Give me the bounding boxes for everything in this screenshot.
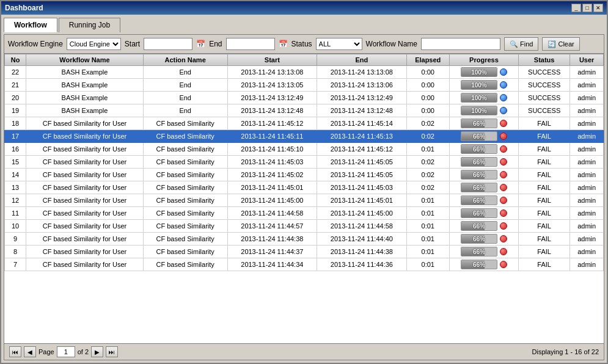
cell-elapsed: 0:02 — [406, 181, 449, 194]
tab-running-job[interactable]: Running Job — [59, 18, 120, 32]
cell-user: admin — [570, 104, 604, 117]
table-row[interactable]: 14 CF based Similarity for User CF based… — [5, 169, 604, 181]
table-row[interactable]: 20 BASH Example End 2013-11-24 13:12:49 … — [5, 92, 604, 104]
cell-start: 2013-11-24 11:45:12 — [227, 117, 317, 130]
cell-start: 2013-11-24 13:13:05 — [227, 79, 317, 92]
next-page-button[interactable]: ▶ — [91, 346, 103, 357]
status-indicator — [500, 145, 507, 153]
cell-no: 10 — [5, 220, 26, 233]
cell-progress: 66% — [449, 220, 518, 233]
first-page-button[interactable]: ⏮ — [9, 346, 21, 357]
cell-wf-name: BASH Example — [26, 66, 144, 79]
cell-wf-name: CF based Similarity for User — [26, 220, 144, 233]
status-label: Status — [291, 40, 312, 48]
table-row[interactable]: 10 CF based Similarity for User CF based… — [5, 220, 604, 233]
close-button[interactable]: ✕ — [593, 4, 603, 12]
cell-progress: 66% — [449, 130, 518, 143]
cell-user: admin — [570, 194, 604, 207]
status-indicator — [500, 120, 507, 127]
cell-end: 2013-11-24 11:44:38 — [317, 246, 407, 258]
wf-name-input[interactable] — [421, 38, 500, 50]
table-row[interactable]: 19 BASH Example End 2013-11-24 13:12:48 … — [5, 104, 604, 117]
clear-button[interactable]: 🔄 Clear — [542, 37, 579, 51]
cell-no: 7 — [5, 258, 26, 271]
tab-workflow[interactable]: Workflow — [4, 18, 57, 32]
cell-user: admin — [570, 117, 604, 130]
cell-elapsed: 0:01 — [406, 207, 449, 220]
cell-elapsed: 0:02 — [406, 117, 449, 130]
find-button[interactable]: 🔍 Find — [504, 37, 538, 51]
cell-user: admin — [570, 220, 604, 233]
cell-status: FAIL — [519, 156, 570, 169]
cell-start: 2013-11-24 11:44:34 — [227, 258, 317, 271]
prev-page-button[interactable]: ◀ — [24, 346, 36, 357]
cell-no: 18 — [5, 117, 26, 130]
table-container: No Workflow Name Action Name Start End E… — [4, 54, 604, 343]
cell-status: FAIL — [519, 169, 570, 181]
table-row[interactable]: 16 CF based Similarity for User CF based… — [5, 143, 604, 156]
status-indicator — [500, 171, 507, 178]
end-input[interactable] — [226, 38, 275, 50]
cell-no: 22 — [5, 66, 26, 79]
cell-end: 2013-11-24 13:13:08 — [317, 66, 407, 79]
cell-action: End — [143, 79, 227, 92]
cell-no: 16 — [5, 143, 26, 156]
start-input[interactable] — [144, 38, 192, 50]
col-header-action: Action Name — [143, 54, 227, 66]
cell-no: 8 — [5, 246, 26, 258]
table-row[interactable]: 15 CF based Similarity for User CF based… — [5, 156, 604, 169]
table-row[interactable]: 8 CF based Similarity for User CF based … — [5, 246, 604, 258]
engine-select[interactable]: Cloud EngineLocal Engine — [67, 38, 121, 50]
engine-label: Workflow Engine — [8, 40, 63, 48]
pagination: ⏮ ◀ Page of 2 ▶ ⏭ — [9, 346, 118, 357]
cell-progress: 100% — [449, 92, 518, 104]
table-row[interactable]: 9 CF based Similarity for User CF based … — [5, 233, 604, 246]
of-label: of 2 — [78, 348, 89, 355]
cell-end: 2013-11-24 11:45:05 — [317, 156, 407, 169]
col-header-wf-name: Workflow Name — [26, 54, 144, 66]
cell-user: admin — [570, 143, 604, 156]
status-indicator — [500, 133, 507, 140]
toolbar: Workflow Engine Cloud EngineLocal Engine… — [4, 35, 604, 54]
cell-user: admin — [570, 181, 604, 194]
table-row[interactable]: 11 CF based Similarity for User CF based… — [5, 207, 604, 220]
cell-elapsed: 0:01 — [406, 143, 449, 156]
cell-start: 2013-11-24 11:44:58 — [227, 207, 317, 220]
cell-action: CF based Similarity — [143, 143, 227, 156]
table-row[interactable]: 22 BASH Example End 2013-11-24 13:13:08 … — [5, 66, 604, 79]
col-header-end: End — [317, 54, 407, 66]
cell-elapsed: 0:00 — [406, 79, 449, 92]
status-indicator — [500, 94, 507, 101]
calendar-end-icon[interactable]: 📅 — [279, 40, 288, 48]
cell-progress: 66% — [449, 246, 518, 258]
cell-elapsed: 0:01 — [406, 233, 449, 246]
cell-status: FAIL — [519, 207, 570, 220]
cell-elapsed: 0:02 — [406, 169, 449, 181]
table-row[interactable]: 17 CF based Similarity for User CF based… — [5, 130, 604, 143]
wf-name-label: Workflow Name — [366, 40, 417, 48]
cell-wf-name: CF based Similarity for User — [26, 169, 144, 181]
cell-no: 20 — [5, 92, 26, 104]
cell-status: SUCCESS — [519, 79, 570, 92]
table-row[interactable]: 7 CF based Similarity for User CF based … — [5, 258, 604, 271]
page-number-input[interactable] — [57, 346, 75, 357]
status-select[interactable]: ALLSUCCESSFAILRUNNING — [316, 38, 362, 50]
table-row[interactable]: 21 BASH Example End 2013-11-24 13:13:05 … — [5, 79, 604, 92]
status-indicator — [500, 158, 507, 166]
cell-no: 14 — [5, 169, 26, 181]
end-label: End — [209, 40, 222, 48]
cell-status: FAIL — [519, 117, 570, 130]
minimize-button[interactable]: _ — [571, 4, 581, 12]
table-row[interactable]: 18 CF based Similarity for User CF based… — [5, 117, 604, 130]
cell-elapsed: 0:01 — [406, 258, 449, 271]
calendar-start-icon[interactable]: 📅 — [196, 40, 205, 48]
cell-end: 2013-11-24 11:45:14 — [317, 117, 407, 130]
cell-wf-name: CF based Similarity for User — [26, 233, 144, 246]
cell-end: 2013-11-24 13:13:06 — [317, 79, 407, 92]
last-page-button[interactable]: ⏭ — [106, 346, 118, 357]
table-row[interactable]: 12 CF based Similarity for User CF based… — [5, 194, 604, 207]
maximize-button[interactable]: □ — [582, 4, 592, 12]
cell-user: admin — [570, 92, 604, 104]
cell-no: 12 — [5, 194, 26, 207]
table-row[interactable]: 13 CF based Similarity for User CF based… — [5, 181, 604, 194]
